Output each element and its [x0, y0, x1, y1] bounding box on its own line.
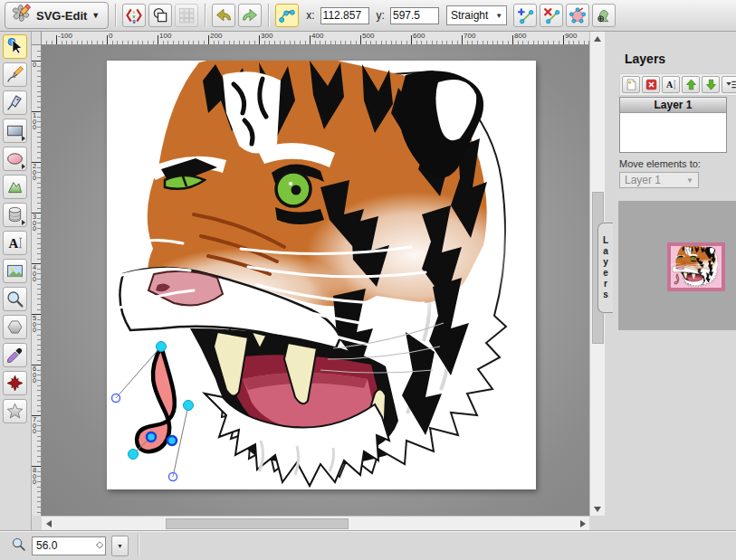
horizontal-scrollbar[interactable] [42, 516, 589, 530]
horizontal-ruler: -1000100200300400500600700800900100 [42, 32, 589, 45]
delete-node-button[interactable] [540, 4, 563, 27]
segment-type-value: Straight [451, 9, 488, 22]
ruler-h-label: 400 [311, 32, 323, 40]
side-tab-letter: s [603, 289, 608, 300]
add-node-button[interactable] [513, 4, 537, 27]
workspace[interactable] [42, 45, 589, 516]
left-toolbar: A [0, 32, 32, 530]
edit-source-button[interactable]: svg [122, 4, 146, 27]
ruler-v-label: 2 0 0 [33, 164, 36, 182]
canvas[interactable] [107, 61, 536, 489]
line-tool-button[interactable] [3, 90, 27, 115]
bottom-bar: ◇ ▼ [0, 530, 736, 560]
star-icon [5, 402, 24, 421]
layer-row-layer1[interactable]: Layer 1 [620, 98, 726, 113]
document-properties-button[interactable] [148, 4, 172, 27]
eyedropper-tool-button[interactable] [3, 343, 27, 367]
node-tool-button[interactable] [275, 4, 299, 27]
zoom-dropdown-button[interactable]: ▼ [111, 536, 129, 556]
submenu-arrow-icon [22, 220, 25, 225]
magnifier-icon [11, 536, 26, 555]
shape-overlap-icon [151, 6, 169, 24]
rename-layer-button[interactable]: A [662, 76, 680, 93]
image-tool-button[interactable] [3, 259, 27, 283]
zoom-tool-button[interactable] [3, 287, 27, 311]
top-toolbar: SVG-Edit ▼ svg x: y: Straight ▼ [0, 0, 736, 32]
scroll-left-button[interactable] [43, 517, 54, 530]
layers-toolbar: A [619, 73, 736, 96]
ruler-corner [31, 32, 42, 45]
app-title: SVG-Edit [36, 9, 87, 23]
ruler-h-label: 200 [210, 32, 222, 40]
chevron-down-icon: ▼ [686, 176, 693, 185]
redo-arrow-icon [241, 6, 259, 24]
pencil-icon [5, 65, 24, 84]
undo-button[interactable] [212, 4, 235, 27]
y-coordinate-input[interactable] [390, 7, 439, 24]
horizontal-scroll-thumb[interactable] [166, 518, 349, 529]
new-layer-button[interactable] [622, 76, 640, 93]
move-layer-up-button[interactable] [682, 76, 700, 93]
shape-convert-icon [595, 6, 613, 24]
ruler-v-label: 6 0 0 [33, 366, 36, 384]
x-coordinate-input[interactable] [320, 7, 369, 24]
undo-arrow-icon [215, 6, 233, 24]
ornament-shape-tool-button[interactable] [3, 371, 27, 395]
ruler-h-label: 700 [464, 32, 475, 40]
ruler-v-label: 8 0 0 [33, 468, 36, 486]
zoom-level-input[interactable] [32, 536, 106, 555]
layer-list[interactable]: Layer 1 [619, 97, 727, 153]
select-tool-button[interactable] [3, 34, 27, 59]
pencil-tool-button[interactable] [3, 62, 27, 87]
ruler-h-label: -100 [58, 32, 72, 40]
canvas-thumbnail[interactable] [667, 242, 725, 291]
chevron-down-icon: ▼ [495, 12, 502, 20]
text-tool-button[interactable]: A [3, 231, 27, 255]
magnifier-icon [5, 289, 24, 308]
ruler-h-label: 100 [159, 32, 171, 40]
arrow-up-green-icon [684, 78, 698, 91]
thumbnail-tiger [671, 246, 722, 288]
scroll-down-button[interactable] [590, 503, 605, 515]
scroll-up-button[interactable] [590, 33, 605, 44]
submenu-arrow-icon [22, 136, 25, 141]
node-delete-icon [542, 6, 560, 24]
chevron-down-icon: ▼ [117, 543, 123, 549]
layers-panel: Layers A Layer 1 Move elements to: Layer… [605, 32, 736, 560]
delete-layer-button[interactable] [642, 76, 660, 93]
convert-to-path-button[interactable] [592, 4, 616, 27]
layer-new-icon [625, 78, 638, 91]
side-tab-letter: y [603, 257, 608, 268]
source-code-icon: svg [125, 6, 143, 24]
move-layer-down-button[interactable] [702, 76, 720, 93]
layers-panel-toggle-tab[interactable]: Layers [597, 223, 613, 313]
eyedropper-icon [5, 346, 24, 365]
side-tab-letter: r [604, 279, 607, 289]
ruler-v-label: 0 [33, 62, 36, 69]
segment-type-select[interactable]: Straight ▼ [446, 5, 507, 25]
scroll-right-button[interactable] [577, 517, 588, 530]
editor-options-button[interactable] [175, 4, 198, 27]
ellipse-tool-button[interactable] [3, 147, 27, 171]
move-elements-select[interactable]: Layer 1 ▼ [619, 172, 699, 188]
ruler-h-label: 600 [413, 32, 425, 40]
text-a-icon: A [5, 233, 24, 252]
ruler-v-label: 4 0 0 [33, 265, 36, 283]
shape-library-tool-button[interactable] [3, 203, 27, 227]
red-ornament-icon [5, 374, 24, 393]
star-tool-button[interactable] [3, 399, 27, 423]
image-icon [5, 261, 24, 280]
path-tool-button[interactable] [3, 175, 27, 199]
layer-menu-button[interactable] [722, 76, 736, 93]
ruler-v-label: 3 0 0 [33, 214, 36, 233]
toolbar-separator [205, 4, 206, 27]
rect-tool-button[interactable] [3, 119, 27, 143]
node-add-icon [516, 6, 534, 24]
polygon-tool-button[interactable] [3, 315, 27, 339]
main-menu-button[interactable]: SVG-Edit ▼ [5, 2, 109, 29]
open-path-button[interactable] [566, 4, 589, 27]
zoom-spinner-icon[interactable]: ◇ [96, 539, 103, 549]
redo-button[interactable] [238, 4, 262, 27]
ruler-v-label: 5 0 0 [33, 316, 36, 334]
layer-rename-icon: A [664, 78, 678, 91]
